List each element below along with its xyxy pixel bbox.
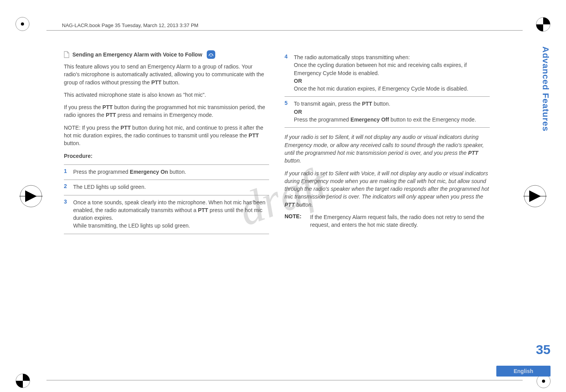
step-text: To transmit again, press the PTT button.… [294,100,490,123]
paragraph: This activated microphone state is also … [64,91,269,99]
page: draft NAG-LACR.book Page 35 Tuesday, Mar… [0,0,566,392]
language-indicator: English [496,366,551,377]
step-number: 4 [285,53,290,92]
right-column: 4 The radio automatically stops transmit… [285,50,490,234]
sidebar-section-tab: Advanced Features [540,46,551,132]
section-title-text: Sending an Emergency Alarm with Voice to… [72,51,202,58]
crop-mark-left [19,185,43,208]
italic-note-2: If your radio is set to Silent with Voic… [285,169,490,209]
step-3: 3 Once a tone sounds, speak clearly into… [64,195,269,234]
footer-rule [46,380,523,380]
header-rule [46,30,523,31]
left-column: Sending an Emergency Alarm with Voice to… [64,50,269,234]
document-icon [64,51,69,58]
italic-note-1: If your radio is set to Silent, it will … [285,133,490,164]
step-number: 1 [64,168,69,176]
paragraph: If you press the PTT button during the p… [64,103,269,119]
step-text: The radio automatically stops transmitti… [294,53,490,92]
content-area: Sending an Emergency Alarm with Voice to… [64,50,490,234]
step-text: The LED lights up solid green. [73,183,269,191]
note-text: If the Emergency Alarm request fails, th… [310,213,490,229]
paragraph: This feature allows you to send an Emerg… [64,63,269,86]
note-block: NOTE: If the Emergency Alarm request fai… [285,213,490,229]
registration-mark-bottom-left [15,373,30,388]
step-2: 2 The LED lights up solid green. [64,180,269,195]
note-label: NOTE: [285,213,306,229]
step-number: 2 [64,183,69,191]
step-5: 5 To transmit again, press the PTT butto… [285,96,490,128]
step-text: Once a tone sounds, speak clearly into t… [73,199,269,230]
page-number: 35 [536,342,551,357]
step-number: 3 [64,199,69,230]
step-text: Press the programmed Emergency On button… [73,168,269,176]
procedure-label: Procedure: [64,152,269,160]
header-file-path: NAG-LACR.book Page 35 Tuesday, March 12,… [62,22,198,28]
feature-badge-icon [207,50,215,59]
paragraph: NOTE: If you press the PTT button during… [64,124,269,147]
registration-mark-top-left [15,17,29,31]
crop-mark-right [523,185,547,208]
step-1: 1 Press the programmed Emergency On butt… [64,164,269,180]
registration-mark-top-right [536,17,551,32]
step-number: 5 [285,100,290,123]
svg-point-6 [211,56,212,57]
section-heading: Sending an Emergency Alarm with Voice to… [64,50,269,59]
step-4: 4 The radio automatically stops transmit… [285,50,490,96]
